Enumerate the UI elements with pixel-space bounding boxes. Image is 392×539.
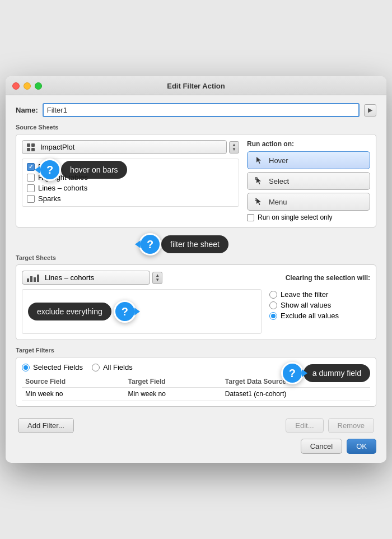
source-left: ImpactPlot ▲ ▼ Bars [22,140,239,221]
tooltip4-container: ? a dummy field [281,362,370,384]
remove-button[interactable]: Remove [328,418,374,433]
name-row: Name: ▶ [16,103,376,117]
source-dropdown[interactable]: ImpactPlot [22,140,227,154]
all-fields-label: All Fields [103,363,133,371]
target-dropdown-row: Lines – cohorts ▲ ▼ Clearing the selecti… [22,271,370,285]
run-action-label: Run action on: [247,140,370,148]
checkbox-highlight[interactable] [27,174,35,182]
clearing-label: Clearing the selection will: [286,274,370,282]
all-fields-radio[interactable] [92,364,100,371]
action-hover-label: Hover [269,156,288,165]
between-panels: ? filter the sheet [16,234,376,254]
col-source-field: Source Field [22,376,125,388]
source-sheets-label: Source Sheets [16,124,376,131]
source-dropdown-value: ImpactPlot [40,143,74,151]
action-btn-menu[interactable]: Menu [247,193,370,211]
tooltip3-text: exclude everything [28,303,111,320]
target-dropdown-arrow[interactable]: ▲ ▼ [152,272,162,284]
checkbox-bars[interactable] [27,163,35,171]
name-input[interactable] [43,103,360,117]
help-icon-3[interactable]: ? [114,300,136,323]
target-dropdown[interactable]: Lines – cohorts [22,271,150,285]
target-sheets-body: exclude everything ? Leave the filter [22,289,370,334]
dialog-buttons: Cancel OK [16,433,376,454]
single-select-checkbox[interactable] [247,214,254,221]
maximize-button[interactable] [35,82,42,90]
hover-icon [253,155,264,166]
tooltip1-container: ? hover on bars [39,159,127,181]
selected-fields-row: Selected Fields [22,363,83,371]
bottom-bar: Add Filter... Edit... Remove [16,412,376,433]
action-buttons: Edit... Remove [286,418,374,433]
radio-exclude-btn[interactable] [269,312,277,320]
sheet-label-lines: Lines – cohorts [38,184,87,192]
action-menu-label: Menu [269,198,287,206]
target-filters-label: Target Filters [16,347,376,354]
tooltip1-text: hover on bars [61,161,127,179]
action-btn-hover[interactable]: Hover [247,151,370,169]
cancel-button[interactable]: Cancel [301,439,342,454]
target-dropdown-value: Lines – cohorts [45,273,94,282]
bars-chart-icon [27,274,39,282]
help-icon-2[interactable]: ? [139,233,161,255]
radio-exclude-label: Exclude all values [281,312,339,320]
single-select-label: Run on single select only [258,213,332,221]
tooltip2-container: ? filter the sheet [16,233,228,255]
menu-icon [253,196,264,207]
add-filter-button[interactable]: Add Filter... [18,418,74,433]
target-sheets-panel: Lines – cohorts ▲ ▼ Clearing the selecti… [16,264,376,340]
selected-fields-radio[interactable] [22,364,30,371]
filter-content-area: exclude everything ? [22,289,262,334]
clearing-radios: Leave the filter Show all values Exclude… [269,289,370,334]
svg-rect-0 [255,178,257,179]
ok-button[interactable]: OK [347,439,376,454]
source-sheets-inner: ImpactPlot ▲ ▼ Bars [22,140,370,221]
fields-row: Selected Fields All Fields ? a dummy fie… [22,363,370,371]
radio-show-btn[interactable] [269,301,277,309]
action-select-label: Select [269,177,289,185]
edit-button[interactable]: Edit... [286,418,323,433]
cell-source: Min week no [22,388,125,401]
radio-exclude: Exclude all values [269,310,370,321]
radio-leave-label: Leave the filter [281,290,328,299]
name-label: Name: [16,106,38,114]
tooltip4-text: a dummy field [304,364,370,382]
select-icon [253,175,264,187]
window-title: Edit Filter Action [167,82,225,90]
radio-leave-btn[interactable] [269,291,277,299]
cell-target: Min week no [125,388,222,401]
radio-leave: Leave the filter [269,289,370,300]
source-dropdown-row: ImpactPlot ▲ ▼ [22,140,239,154]
help-icon-4[interactable]: ? [281,362,304,384]
target-filters-panel: Selected Fields All Fields ? a dummy fie… [16,357,376,407]
all-fields-row: All Fields [92,363,133,371]
sheet-label-sparks: Sparks [38,194,60,203]
checkbox-sparks[interactable] [27,195,35,203]
action-btn-select[interactable]: Select [247,172,370,190]
radio-show-label: Show all values [281,301,331,309]
main-content: Name: ▶ Source Sheets [6,95,386,463]
tooltip3-container: exclude everything ? [28,300,136,323]
close-button[interactable] [12,82,20,90]
source-sheets-panel: ImpactPlot ▲ ▼ Bars [16,134,376,227]
cell-datasource: Dataset1 (cn-cohort) [222,388,370,401]
sheet-list-container: Bars Highlight tables Lines – cohorts [22,159,239,207]
sheet-item-lines: Lines – cohorts [25,183,236,193]
checkbox-lines[interactable] [27,184,35,192]
help-icon-1[interactable]: ? [39,159,61,181]
filter-content-box: exclude everything ? [22,289,262,334]
source-dropdown-arrow[interactable]: ▲ ▼ [229,141,239,154]
selected-fields-label: Selected Fields [33,363,83,371]
minimize-button[interactable] [24,82,31,90]
name-arrow-button[interactable]: ▶ [364,104,376,117]
traffic-lights [12,82,42,90]
single-select-row: Run on single select only [247,213,370,221]
run-action-col: Run action on: Hover Select [247,140,370,221]
tooltip2-text: filter the sheet [161,235,228,253]
table-row[interactable]: Min week no Min week no Dataset1 (cn-coh… [22,388,370,401]
col-target-field: Target Field [125,376,222,388]
sheet-item-sparks: Sparks [25,193,236,204]
window: Edit Filter Action Name: ▶ Source Sheets [6,76,386,463]
title-bar: Edit Filter Action [6,76,386,95]
radio-show: Show all values [269,300,370,310]
